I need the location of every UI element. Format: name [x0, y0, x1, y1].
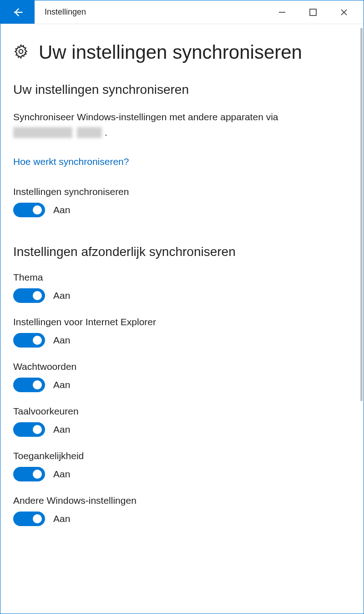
toggle-label: Instellingen voor Internet Explorer — [13, 317, 351, 327]
sync-description: Synchroniseer Windows-instellingen met a… — [13, 110, 351, 124]
toggle-sync-settings: Instellingen synchroniseren Aan — [13, 186, 351, 217]
svg-rect-0 — [310, 9, 316, 15]
section-individual-heading: Instellingen afzonderlijk synchroniseren — [13, 245, 351, 259]
toggle-switch-sync[interactable] — [13, 203, 45, 217]
window-title: Instellingen — [35, 0, 275, 24]
svg-point-1 — [19, 50, 23, 54]
section-sync-heading: Uw instellingen synchroniseren — [13, 82, 351, 97]
toggle-state: Aan — [53, 290, 70, 301]
sentence-period: . — [105, 127, 107, 138]
toggle-state: Aan — [53, 335, 70, 346]
toggle-label: Wachtwoorden — [13, 361, 351, 372]
toggle-state: Aan — [53, 513, 70, 524]
page-title: Uw instellingen synchroniseren — [39, 41, 302, 63]
toggle-ie-settings: Instellingen voor Internet Explorer Aan — [13, 317, 351, 348]
toggle-switch-passwords[interactable] — [13, 378, 45, 392]
content-area: Uw instellingen synchroniseren Uw instel… — [0, 24, 364, 614]
toggle-label: Andere Windows-instellingen — [13, 495, 351, 506]
toggle-language: Taalvoorkeuren Aan — [13, 406, 351, 437]
toggle-theme: Thema Aan — [13, 272, 351, 303]
page-header: Uw instellingen synchroniseren — [13, 41, 351, 63]
toggle-state: Aan — [53, 205, 70, 215]
redacted-account: . — [13, 127, 351, 138]
close-button[interactable] — [337, 5, 351, 19]
minimize-button[interactable] — [275, 5, 289, 19]
gear-icon — [13, 44, 29, 61]
window-controls — [275, 0, 364, 24]
redacted-text — [77, 127, 102, 138]
toggle-switch-other[interactable] — [13, 512, 45, 526]
toggle-switch-accessibility[interactable] — [13, 467, 45, 481]
toggle-state: Aan — [53, 469, 70, 480]
toggle-label: Thema — [13, 272, 351, 283]
toggle-switch-language[interactable] — [13, 422, 45, 437]
toggle-state: Aan — [53, 424, 70, 435]
arrow-left-icon — [11, 6, 24, 19]
toggle-label: Taalvoorkeuren — [13, 406, 351, 417]
titlebar: Instellingen — [0, 0, 364, 24]
toggle-label: Toegankelijkheid — [13, 450, 351, 461]
sync-help-link[interactable]: Hoe werkt synchroniseren? — [13, 156, 129, 167]
redacted-text — [13, 127, 72, 138]
toggle-passwords: Wachtwoorden Aan — [13, 361, 351, 392]
scrollbar-thumb[interactable] — [360, 28, 363, 401]
toggle-label: Instellingen synchroniseren — [13, 186, 351, 197]
toggle-other-windows: Andere Windows-instellingen Aan — [13, 495, 351, 526]
close-icon — [340, 8, 348, 16]
minimize-icon — [278, 8, 286, 16]
maximize-button[interactable] — [306, 5, 320, 19]
toggle-state: Aan — [53, 379, 70, 390]
back-button[interactable] — [0, 0, 35, 24]
toggle-switch-theme[interactable] — [13, 288, 45, 303]
maximize-icon — [309, 8, 317, 16]
toggle-switch-ie[interactable] — [13, 333, 45, 348]
toggle-accessibility: Toegankelijkheid Aan — [13, 450, 351, 481]
